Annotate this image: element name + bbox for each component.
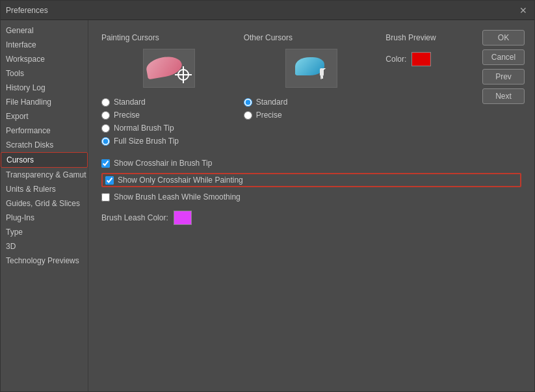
show-crosshair-label: Show Crosshair in Brush Tip [114, 159, 212, 168]
brush-leash-color-label: Brush Leash Color: [101, 213, 168, 222]
action-buttons: OK Cancel Prev Next [482, 30, 525, 104]
checkboxes-section: Show Crosshair in Brush Tip Show Only Cr… [101, 159, 521, 225]
painting-normal-brush-label: Normal Brush Tip [114, 124, 174, 133]
prev-button[interactable]: Prev [482, 69, 525, 85]
painting-cursor-preview [143, 49, 195, 88]
dialog-title: Preferences [6, 6, 48, 15]
painting-normal-brush-radio[interactable] [101, 124, 110, 133]
ok-button[interactable]: OK [482, 30, 525, 46]
sidebar-item-general[interactable]: General [1, 23, 88, 38]
other-precise-radio[interactable] [244, 111, 252, 120]
sidebar-item-performance[interactable]: Performance [1, 124, 88, 138]
sidebar-item-technology-previews[interactable]: Technology Previews [1, 254, 88, 268]
show-brush-leash-option[interactable]: Show Brush Leash While Smoothing [101, 192, 521, 202]
sidebar-item-history-log[interactable]: History Log [1, 81, 88, 95]
brush-leash-color-row: Brush Leash Color: [101, 211, 521, 225]
other-precise-label: Precise [256, 111, 282, 120]
painting-precise-option[interactable]: Precise [101, 111, 179, 120]
show-brush-leash-label: Show Brush Leash While Smoothing [114, 192, 241, 202]
other-cursor-preview [285, 49, 337, 88]
sidebar-item-guides-grid-slices[interactable]: Guides, Grid & Slices [1, 196, 88, 211]
close-button[interactable]: ✕ [517, 5, 529, 16]
crosshair-cursor [177, 69, 190, 82]
title-bar: Preferences ✕ [1, 1, 534, 20]
sidebar-item-type[interactable]: Type [1, 225, 88, 239]
other-cursors-section: Other Cursors [244, 33, 380, 146]
sidebar-item-file-handling[interactable]: File Handling [1, 95, 88, 109]
brush-preview-color-label: Color: [385, 55, 406, 64]
painting-cursor-radio-group: Standard Precise Normal Brush Tip F [101, 98, 179, 146]
sidebar-item-workspace[interactable]: Workspace [1, 52, 88, 66]
painting-cursors-section: Painting Cursors [101, 33, 237, 146]
show-only-crosshair-checkbox[interactable] [105, 176, 114, 185]
sidebar-item-plug-ins[interactable]: Plug-Ins [1, 211, 88, 225]
brush-preview-color-row: Color: [385, 52, 431, 66]
content-area: GeneralInterfaceWorkspaceToolsHistory Lo… [1, 20, 534, 391]
other-precise-option[interactable]: Precise [244, 111, 288, 120]
painting-full-size-radio[interactable] [101, 137, 110, 146]
svg-rect-2 [320, 77, 322, 79]
main-content: Painting Cursors [88, 20, 534, 391]
painting-precise-radio[interactable] [101, 111, 110, 120]
other-cursors-title: Other Cursors [244, 33, 293, 42]
show-brush-leash-checkbox[interactable] [101, 193, 110, 202]
sidebar-item-cursors[interactable]: Cursors [1, 152, 88, 168]
other-cursor-radio-group: Standard Precise [244, 98, 288, 120]
sidebar-item-units-rulers[interactable]: Units & Rulers [1, 182, 88, 196]
sidebar-item-interface[interactable]: Interface [1, 38, 88, 52]
painting-normal-brush-option[interactable]: Normal Brush Tip [101, 124, 179, 133]
preferences-dialog: Preferences ✕ GeneralInterfaceWorkspaceT… [0, 0, 535, 392]
other-standard-radio[interactable] [244, 98, 252, 107]
other-standard-option[interactable]: Standard [244, 98, 288, 107]
sidebar-item-tools[interactable]: Tools [1, 66, 88, 81]
sidebar: GeneralInterfaceWorkspaceToolsHistory Lo… [1, 20, 88, 391]
painting-full-size-label: Full Size Brush Tip [114, 137, 179, 146]
painting-cursors-title: Painting Cursors [101, 33, 159, 42]
show-crosshair-checkbox[interactable] [101, 159, 110, 168]
brush-preview-color-swatch[interactable] [411, 52, 431, 66]
show-only-crosshair-option[interactable]: Show Only Crosshair While Painting [101, 173, 521, 187]
brush-preview-title: Brush Preview [385, 33, 436, 42]
cancel-button[interactable]: Cancel [482, 49, 525, 65]
painting-standard-radio[interactable] [101, 98, 110, 107]
sidebar-item-3d[interactable]: 3D [1, 239, 88, 254]
brush-leash-color-swatch[interactable] [174, 211, 192, 225]
sidebar-item-export[interactable]: Export [1, 109, 88, 124]
eyedropper-icon [317, 68, 326, 80]
next-button[interactable]: Next [482, 88, 525, 104]
show-crosshair-option[interactable]: Show Crosshair in Brush Tip [101, 159, 521, 168]
other-preview-image [295, 55, 328, 81]
painting-preview-image [146, 54, 192, 83]
painting-standard-label: Standard [114, 98, 146, 107]
other-standard-label: Standard [256, 98, 288, 107]
show-only-crosshair-label: Show Only Crosshair While Painting [118, 176, 243, 185]
painting-full-size-option[interactable]: Full Size Brush Tip [101, 137, 179, 146]
painting-standard-option[interactable]: Standard [101, 98, 179, 107]
painting-precise-label: Precise [114, 111, 140, 120]
sidebar-item-scratch-disks[interactable]: Scratch Disks [1, 138, 88, 152]
svg-line-3 [323, 68, 326, 70]
crosshair-vertical [183, 66, 184, 83]
cursors-grid: Painting Cursors [101, 33, 521, 146]
sidebar-item-transparency-gamut[interactable]: Transparency & Gamut [1, 168, 88, 182]
